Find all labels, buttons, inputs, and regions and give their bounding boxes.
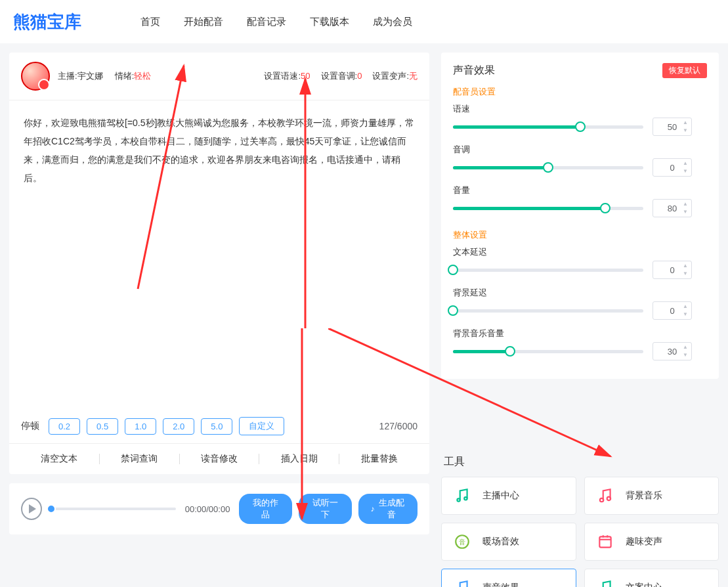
seek-thumb[interactable] [47,504,56,513]
slider-thumb[interactable] [505,346,515,357]
effects-title: 声音效果 [453,64,495,77]
tool-label: 声音效果 [482,582,519,587]
seek-bar[interactable] [51,508,176,510]
step-up-icon[interactable]: ▲ [681,161,690,166]
speed-setting[interactable]: 设置语速:50 [264,70,310,82]
slider-value-input[interactable]: 0 ▲▼ [653,158,692,177]
music-icon [597,533,614,550]
svg-rect-6 [599,536,610,547]
char-counter: 127/6000 [379,421,418,431]
tools-section: 工具 主播中心背景音乐音暖场音效趣味变声声音效果文案中心 [441,455,719,587]
editor-panel: 主播:宇文娜 情绪:轻松 设置语速:50 设置音调:0 设置变声:无 你好，欢迎… [9,53,429,474]
tools-title: 工具 [444,455,719,469]
tool-趣味变声[interactable]: 趣味变声 [584,523,719,561]
tool-暖场音效[interactable]: 音暖场音效 [441,523,576,561]
step-down-icon[interactable]: ▼ [681,271,690,276]
slider-label: 背景音乐音量 [453,328,707,339]
pause-custom[interactable]: 自定义 [239,417,284,435]
nav-records[interactable]: 配音记录 [247,16,286,28]
slider-value-input[interactable]: 50 ▲▼ [653,118,692,136]
tool-label: 背景音乐 [626,490,662,502]
generate-button[interactable]: 生成配音 [358,494,418,524]
my-works-button[interactable]: 我的作品 [239,494,292,524]
slider-5[interactable] [453,350,643,353]
batch-replace[interactable]: 批量替换 [341,453,418,465]
slider-thumb[interactable] [448,305,458,316]
pitch-setting[interactable]: 设置音调:0 [321,70,362,82]
mood-label: 情绪:轻松 [115,70,152,82]
insert-date[interactable]: 插入日期 [261,453,337,465]
logo[interactable]: 熊猫宝库 [13,11,81,33]
player-bar: 00:00/00:00 我的作品 试听一下 生成配音 [9,483,429,534]
section-anchor: 配音员设置 [453,86,707,98]
step-down-icon[interactable]: ▼ [681,209,690,215]
tool-背景音乐[interactable]: 背景音乐 [584,477,719,515]
slider-4[interactable] [453,309,643,313]
preview-button[interactable]: 试听一下 [299,494,352,524]
slider-0[interactable] [453,125,643,129]
nav-download[interactable]: 下载版本 [310,16,349,28]
svg-text:音: 音 [459,538,465,546]
svg-point-1 [464,497,467,500]
step-up-icon[interactable]: ▲ [681,263,690,269]
svg-point-0 [457,498,460,501]
slider-value-input[interactable]: 30 ▲▼ [653,342,692,360]
tool-label: 趣味变声 [626,536,662,548]
slider-thumb[interactable] [543,162,553,173]
voice-setting[interactable]: 设置变声:无 [372,70,418,82]
music-icon: 音 [454,533,471,550]
step-down-icon[interactable]: ▼ [681,312,690,317]
slider-value-input[interactable]: 80 ▲▼ [653,199,692,217]
music-icon [454,579,471,587]
nav-home[interactable]: 首页 [140,16,160,28]
effects-panel: 声音效果 恢复默认 配音员设置 语速 50 ▲▼ 音调 0 ▲▼ 音量 80 ▲… [441,53,719,379]
slider-3[interactable] [453,269,643,272]
step-up-icon[interactable]: ▲ [681,120,690,125]
pronunciation-fix[interactable]: 读音修改 [181,453,258,465]
reset-button[interactable]: 恢复默认 [662,63,707,78]
nav-start-dub[interactable]: 开始配音 [184,16,223,28]
pause-0-5[interactable]: 0.5 [87,418,118,435]
step-down-icon[interactable]: ▼ [681,169,690,174]
tool-label: 主播中心 [482,490,519,502]
step-up-icon[interactable]: ▲ [681,304,690,309]
pause-1-0[interactable]: 1.0 [125,418,156,435]
anchor-row: 主播:宇文娜 情绪:轻松 设置语速:50 设置音调:0 设置变声:无 [9,53,429,100]
music-icon [454,487,471,504]
forbidden-words[interactable]: 禁词查询 [101,453,178,465]
play-button[interactable] [21,498,42,520]
slider-thumb[interactable] [448,265,458,275]
slider-1[interactable] [453,166,643,169]
top-bar: 熊猫宝库 首页 开始配音 配音记录 下载版本 成为会员 [0,0,728,43]
play-icon [29,504,36,513]
slider-2[interactable] [453,207,643,210]
pause-label: 停顿 [21,420,39,432]
slider-label: 语速 [453,103,707,115]
clear-text[interactable]: 清空文本 [21,453,98,465]
script-textarea[interactable]: 你好，欢迎致电熊猫驾校[=0.5秒]教练大熊竭诚为您服务，本校教学环境一流，师资… [9,100,429,409]
slider-value-input[interactable]: 0 ▲▼ [653,301,692,320]
step-up-icon[interactable]: ▲ [681,202,690,207]
anchor-label: 主播:宇文娜 [58,70,103,82]
pause-0-2[interactable]: 0.2 [49,418,80,435]
slider-label: 文本延迟 [453,246,707,258]
pause-row: 停顿 0.2 0.5 1.0 2.0 5.0 自定义 127/6000 [9,409,429,443]
slider-thumb[interactable] [575,121,586,132]
tool-label: 暖场音效 [482,536,519,548]
tool-label: 文案中心 [626,582,662,587]
slider-label: 音调 [453,144,707,156]
nav-member[interactable]: 成为会员 [373,16,412,28]
anchor-avatar[interactable] [21,62,50,91]
tool-文案中心[interactable]: 文案中心 [584,569,719,587]
tool-主播中心[interactable]: 主播中心 [441,477,576,515]
pause-2-0[interactable]: 2.0 [163,418,194,435]
pause-5-0[interactable]: 5.0 [201,418,232,435]
tool-声音效果[interactable]: 声音效果 [441,569,576,587]
music-icon [597,579,614,587]
slider-thumb[interactable] [600,203,610,213]
slider-value-input[interactable]: 0 ▲▼ [653,261,692,279]
step-down-icon[interactable]: ▼ [681,353,690,358]
step-up-icon[interactable]: ▲ [681,345,690,350]
section-global: 整体设置 [453,229,707,241]
step-down-icon[interactable]: ▼ [681,128,690,133]
